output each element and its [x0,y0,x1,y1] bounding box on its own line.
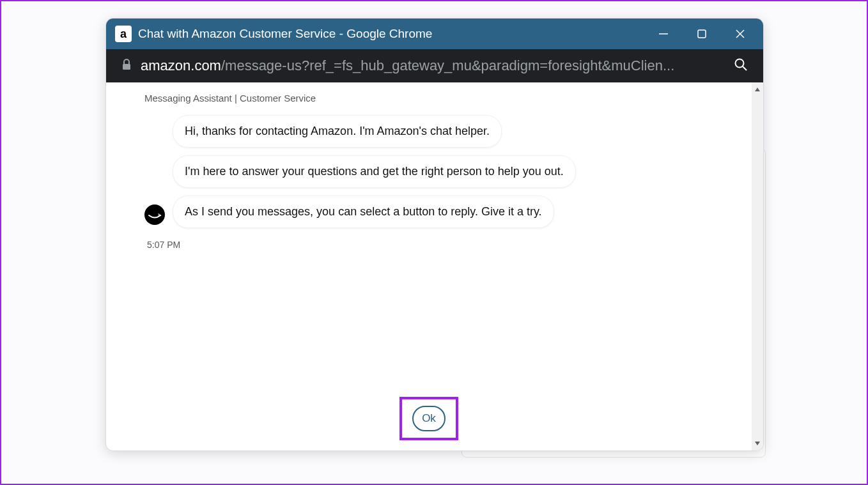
amazon-favicon: a [115,26,132,42]
scroll-up-icon[interactable] [754,84,761,95]
scroll-down-icon[interactable] [754,438,761,449]
assistant-message: As I send you messages, you can select a… [173,196,554,228]
window-title: Chat with Amazon Customer Service - Goog… [138,27,657,41]
ok-reply-button[interactable]: Ok [412,406,446,431]
message-row: I'm here to answer your questions and ge… [144,155,713,188]
window-controls [657,27,747,40]
window-title-bar: a Chat with Amazon Customer Service - Go… [106,19,763,49]
maximize-button[interactable] [695,27,708,40]
vertical-scrollbar[interactable] [752,82,763,450]
assistant-message: Hi, thanks for contacting Amazon. I'm Am… [173,115,502,148]
content-area: Messaging Assistant | Customer Service H… [106,82,763,450]
svg-point-5 [736,59,744,68]
svg-rect-1 [698,30,706,38]
assistant-message: I'm here to answer your questions and ge… [173,155,576,188]
message-row: As I send you messages, you can select a… [144,196,713,228]
url-path: /message-us?ref_=fs_hub_gateway_mu&parad… [221,58,674,73]
chat-body: Messaging Assistant | Customer Service H… [106,82,752,450]
close-button[interactable] [734,27,747,40]
svg-rect-4 [123,64,130,70]
address-bar[interactable]: amazon.com/message-us?ref_=fs_hub_gatewa… [106,49,763,82]
minimize-button[interactable] [657,27,670,40]
assistant-avatar [144,204,165,225]
url-domain: amazon.com [141,58,221,73]
url-display: amazon.com/message-us?ref_=fs_hub_gatewa… [141,58,721,74]
annotation-highlight: Ok [399,397,458,440]
message-timestamp: 5:07 PM [147,240,713,250]
chat-header-label: Messaging Assistant | Customer Service [144,93,713,104]
message-list: Hi, thanks for contacting Amazon. I'm Am… [144,115,713,250]
message-row: Hi, thanks for contacting Amazon. I'm Am… [144,115,713,148]
chrome-window: a Chat with Amazon Customer Service - Go… [105,18,764,451]
reply-area: Ok [399,397,458,440]
search-icon[interactable] [734,58,748,74]
svg-marker-8 [755,442,760,445]
svg-line-6 [743,66,747,70]
svg-marker-7 [755,88,760,91]
lock-icon [121,59,132,73]
